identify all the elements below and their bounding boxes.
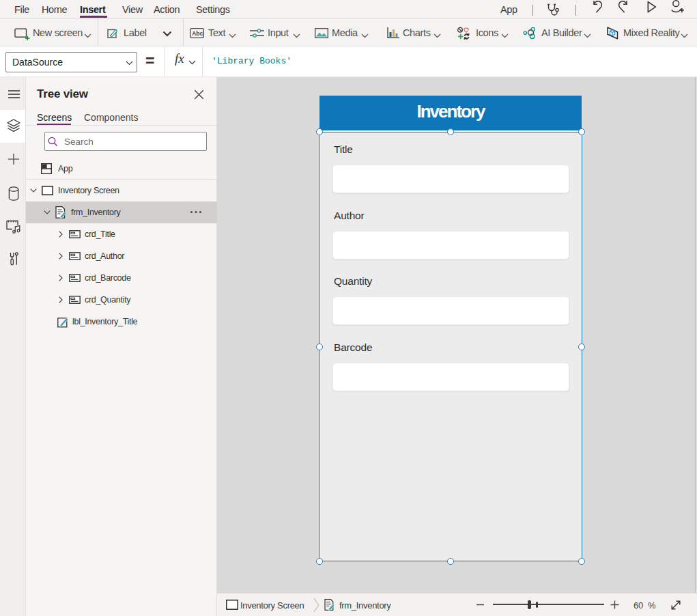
svg-text:Abc: Abc	[192, 30, 203, 37]
